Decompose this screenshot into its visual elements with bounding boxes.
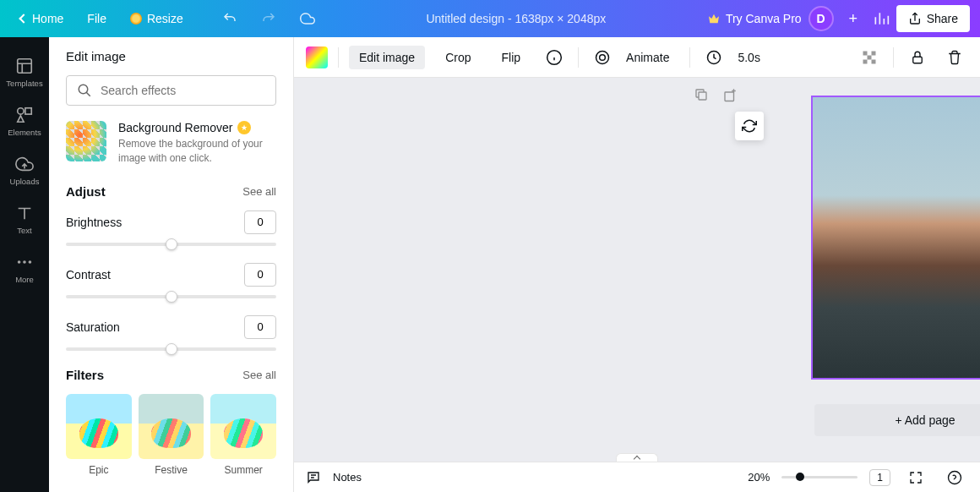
share-button[interactable]: Share (896, 5, 970, 32)
canvas-background[interactable]: + Add page (294, 78, 980, 462)
edit-image-button[interactable]: Edit image (349, 46, 425, 69)
zoom-slider[interactable] (781, 476, 858, 478)
footer-bar: Notes 20% 1 (294, 462, 980, 492)
search-box[interactable] (66, 75, 276, 106)
trash-icon (947, 50, 962, 65)
crop-button[interactable]: Crop (435, 46, 481, 69)
rail-text[interactable]: Text (0, 194, 49, 243)
rail-templates[interactable]: Templates (0, 47, 49, 96)
rail-more[interactable]: More (0, 243, 49, 292)
rail-uploads[interactable]: Uploads (0, 145, 49, 194)
svg-point-6 (79, 85, 88, 94)
svg-rect-17 (699, 92, 706, 100)
notes-icon (306, 470, 321, 485)
brightness-label: Brightness (66, 216, 122, 229)
context-toolbar: Edit image Crop Flip Animate 5.0s (294, 37, 980, 78)
brightness-value[interactable]: 0 (244, 210, 276, 234)
help-button[interactable] (941, 464, 968, 491)
saturation-label: Saturation (66, 320, 120, 334)
panel-title: Edit image (49, 37, 293, 75)
contrast-slider[interactable] (66, 295, 276, 298)
resize-button[interactable]: Resize (120, 7, 193, 30)
share-icon (908, 12, 922, 25)
undo-button[interactable] (212, 6, 248, 31)
fullscreen-button[interactable] (902, 464, 929, 491)
svg-rect-13 (868, 55, 872, 59)
elements-icon (15, 106, 34, 124)
zoom-level[interactable]: 20% (748, 471, 770, 484)
cloud-sync-button[interactable] (290, 6, 325, 31)
more-icon (15, 253, 34, 271)
undo-icon (222, 11, 237, 26)
search-input[interactable] (101, 84, 265, 97)
animate-icon-button[interactable] (589, 44, 616, 71)
duplicate-icon (694, 87, 709, 102)
transparency-icon (861, 49, 878, 66)
animate-button[interactable]: Animate (626, 46, 679, 69)
background-remover[interactable]: Background Remover★ Remove the backgroun… (66, 121, 276, 166)
duplicate-page-button[interactable] (691, 85, 711, 105)
contrast-value[interactable]: 0 (244, 263, 276, 287)
user-avatar[interactable]: D (808, 6, 834, 31)
color-picker[interactable] (306, 46, 328, 68)
svg-rect-18 (725, 92, 734, 101)
back-button[interactable]: Home (10, 7, 74, 30)
filter-epic[interactable]: Epic (66, 394, 132, 477)
expand-handle[interactable] (616, 453, 658, 462)
brightness-slider[interactable] (66, 243, 276, 246)
svg-point-9 (600, 54, 606, 60)
redo-button[interactable] (251, 6, 286, 31)
text-icon (15, 204, 34, 222)
adjust-heading: Adjust (66, 184, 106, 199)
svg-rect-16 (913, 57, 923, 63)
filters-see-all[interactable]: See all (242, 369, 276, 381)
refresh-button[interactable] (735, 112, 764, 140)
selected-image[interactable] (811, 96, 980, 380)
info-icon (546, 49, 563, 66)
add-page-button[interactable]: + Add page (814, 404, 980, 436)
info-button[interactable] (541, 44, 568, 71)
bg-remover-desc: Remove the background of your image with… (118, 137, 276, 166)
rail-elements[interactable]: Elements (0, 96, 49, 145)
redo-icon (261, 11, 276, 26)
add-above-button[interactable] (720, 85, 740, 105)
page-indicator[interactable]: 1 (869, 469, 890, 486)
transparency-button[interactable] (856, 44, 883, 71)
saturation-value[interactable]: 0 (244, 315, 276, 339)
notes-button[interactable]: Notes (333, 471, 362, 484)
edit-panel: Edit image Background Remover★ Remove th… (49, 37, 294, 492)
templates-icon (15, 57, 34, 75)
adjust-see-all[interactable]: See all (242, 185, 276, 198)
delete-button[interactable] (941, 44, 968, 71)
document-title[interactable]: Untitled design - 1638px × 2048px (325, 12, 707, 25)
invite-button[interactable]: + (841, 6, 866, 31)
canvas-area: Edit image Crop Flip Animate 5.0s + Add … (294, 37, 980, 492)
help-icon (947, 470, 962, 485)
saturation-slider[interactable] (66, 347, 276, 351)
duration-value[interactable]: 5.0s (738, 46, 770, 69)
filters-heading: Filters (66, 368, 104, 382)
svg-rect-15 (872, 59, 876, 63)
svg-rect-11 (863, 51, 868, 55)
svg-point-3 (18, 260, 21, 264)
chevron-left-icon (19, 14, 28, 23)
file-menu[interactable]: File (77, 7, 117, 30)
duration-icon[interactable] (700, 44, 727, 71)
refresh-icon (742, 118, 757, 134)
try-pro-button[interactable]: Try Canva Pro (707, 12, 802, 25)
top-bar: Home File Resize Untitled design - 1638p… (0, 0, 980, 37)
city-photo (813, 97, 980, 378)
svg-point-4 (23, 260, 26, 264)
resize-icon (130, 13, 142, 25)
lock-button[interactable] (904, 44, 931, 71)
filter-summer[interactable]: Summer (210, 394, 276, 477)
add-icon (722, 87, 738, 102)
uploads-icon (15, 155, 34, 173)
fullscreen-icon (909, 471, 923, 484)
flip-button[interactable]: Flip (492, 46, 531, 69)
insights-icon[interactable] (873, 10, 890, 27)
side-rail: Templates Elements Uploads Text More (0, 37, 49, 492)
filter-festive[interactable]: Festive (139, 394, 204, 477)
crown-icon (707, 12, 721, 25)
svg-point-8 (596, 51, 609, 63)
